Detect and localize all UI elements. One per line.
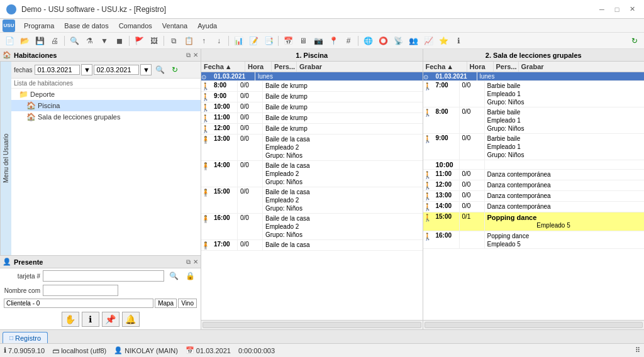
mapa-btn[interactable]: Mapa	[155, 299, 177, 308]
p2-grabar-8: Barbie baileEmpleado 1Grupo: Niños	[485, 107, 645, 133]
p2-hora-15: 15:00	[433, 212, 460, 231]
tree-deporte[interactable]: 📁 Deporte	[11, 89, 201, 100]
tb-flag[interactable]: 🚩	[132, 35, 146, 47]
tb-chart[interactable]: 📈	[421, 35, 435, 47]
p2-scrollbar-h[interactable]	[425, 322, 643, 328]
p1-pers-15: 0/0	[238, 187, 263, 213]
side-tab[interactable]: Menu del Usuario	[0, 62, 11, 255]
p1-grabar-12: Baile de krump	[263, 124, 423, 134]
hand-btn[interactable]: ✋	[62, 312, 79, 327]
tb-filter[interactable]: ⚗	[82, 35, 96, 47]
menu-ayuda[interactable]: Ayuda	[192, 21, 222, 31]
status-resize[interactable]: ⠿	[635, 346, 640, 354]
tb-paste[interactable]: 📋	[182, 35, 196, 47]
col-pers-2[interactable]: Pers...	[494, 62, 519, 72]
date-to-input[interactable]	[94, 65, 139, 75]
tb-calendar[interactable]: 📅	[281, 35, 295, 47]
p2-pers-13: 0/0	[460, 191, 485, 201]
nombre-input[interactable]	[43, 285, 118, 296]
tb-info[interactable]: ℹ	[452, 35, 465, 47]
col-pers-1[interactable]: Pers...	[272, 62, 297, 72]
tb-copy[interactable]: ⧉	[167, 35, 180, 47]
tb-rss[interactable]: 📡	[391, 35, 405, 47]
maximize-button[interactable]: □	[611, 4, 623, 15]
vino-btn[interactable]: Vino	[178, 299, 197, 308]
bell-btn[interactable]: 🔔	[122, 312, 140, 327]
col-hora-2[interactable]: Hora	[467, 62, 494, 72]
p2-scroll-ref[interactable]: ⊙	[423, 72, 433, 80]
date-from-picker[interactable]: ▼	[81, 64, 92, 75]
tb-open[interactable]: 📂	[18, 35, 31, 47]
registro-tab[interactable]: □ Registro	[3, 332, 48, 343]
p1-pers-16: 0/0	[238, 214, 263, 239]
p2-hora-14: 14:00	[433, 202, 460, 212]
tb-globe[interactable]: 🌐	[361, 35, 375, 47]
present-buttons: ✋ ℹ 📌 🔔	[0, 309, 201, 329]
tb-save[interactable]: 💾	[33, 35, 47, 47]
tb-map[interactable]: 📍	[326, 35, 340, 47]
p1-grabar-17: Baile de la casa	[263, 240, 423, 250]
close-button[interactable]: ✕	[626, 4, 638, 15]
tb-up[interactable]: ↑	[197, 35, 211, 47]
tarjeta-lock[interactable]: 🔒	[183, 270, 197, 282]
tb-image[interactable]: 🖼	[147, 35, 161, 47]
p2-hora-8: 8:00	[433, 107, 460, 133]
p1-grabar-16: Baile de la casaEmpleado 2Grupo: Niños	[263, 214, 423, 239]
p1-scroll-ref[interactable]: ⊙	[201, 72, 211, 80]
minimize-button[interactable]: ─	[596, 4, 608, 15]
date-to-picker[interactable]: ▼	[140, 64, 152, 75]
tarjeta-input[interactable]	[43, 270, 164, 282]
user-text: NIKOLAY (MAIN)	[125, 347, 178, 354]
p1-pers-14: 0/0	[238, 161, 263, 187]
present-title: Presente	[14, 258, 184, 266]
menu-ventana[interactable]: Ventana	[157, 21, 192, 31]
tb-users[interactable]: 👥	[406, 35, 420, 47]
tb-pdf[interactable]: 📑	[262, 35, 275, 47]
tb-circle[interactable]: ⭕	[376, 35, 390, 47]
col-fecha-1[interactable]: Fecha ▲	[201, 62, 245, 72]
refresh-btn[interactable]: ↻	[168, 63, 182, 76]
panel-close[interactable]: ✕	[193, 52, 198, 58]
p2-icon-9: 🚶	[423, 134, 433, 160]
p1-icon-14: 🧍	[201, 161, 211, 187]
p2-hora-13: 13:00	[433, 191, 460, 201]
date-from-input[interactable]	[35, 65, 80, 75]
tb-filter2[interactable]: ▼	[97, 35, 111, 47]
panel-restore[interactable]: ⧉	[186, 52, 191, 59]
tree-piscina[interactable]: 🏠 Piscina	[11, 100, 201, 111]
tb-filter3[interactable]: ◼	[113, 35, 126, 47]
tb-search[interactable]: 🔍	[67, 35, 81, 47]
tb-photo[interactable]: 📷	[311, 35, 325, 47]
pin-btn[interactable]: 📌	[102, 312, 119, 327]
toolbar-sep6	[358, 36, 358, 46]
tb-hash[interactable]: #	[341, 35, 355, 47]
side-tab-container: Menu del Usuario fechas ▼ ▼ 🔍 ↻ Lista de…	[0, 62, 201, 255]
p2-grabar-15: Popping danceEmpleado 5	[485, 212, 645, 231]
tree-sala[interactable]: 🏠 Sala de lecciones grupales	[11, 111, 201, 123]
col-grabar-2[interactable]: Grabar	[519, 62, 645, 72]
col-hora-1[interactable]: Hora	[245, 62, 272, 72]
tarjeta-search[interactable]: 🔍	[167, 270, 180, 282]
tb-print[interactable]: 🖨	[48, 35, 62, 47]
tb-down[interactable]: ↓	[212, 35, 226, 47]
tb-refresh[interactable]: ↻	[628, 35, 641, 47]
menu-base-datos[interactable]: Base de datos	[59, 21, 113, 31]
col-grabar-1[interactable]: Grabar	[297, 62, 423, 72]
p1-row-11: 🚶 11:00 0/0 Baile de krump	[201, 113, 423, 124]
col-fecha-2[interactable]: Fecha ▲	[423, 62, 467, 72]
sala-table: Fecha ▲ Hora Pers... Grabar ⊙ 01.03.202	[423, 62, 645, 320]
p1-scrollbar-h[interactable]	[203, 322, 421, 328]
tb-word[interactable]: 📝	[247, 35, 260, 47]
menu-comandos[interactable]: Comandos	[114, 21, 157, 31]
menu-programa[interactable]: Programa	[19, 21, 59, 31]
habitaciones-header: 🏠 Habitaciones ⧉ ✕	[0, 49, 201, 62]
tb-monitor[interactable]: 🖥	[296, 35, 310, 47]
info-btn[interactable]: ℹ	[82, 312, 99, 327]
tb-star[interactable]: ⭐	[436, 35, 450, 47]
tb-new[interactable]: 📄	[3, 35, 16, 47]
present-restore[interactable]: ⧉	[186, 258, 191, 266]
search-dates-btn[interactable]: 🔍	[153, 63, 167, 76]
p1-row-14: 🧍 14:00 0/0 Baile de la casaEmpleado 2Gr…	[201, 161, 423, 187]
tb-excel[interactable]: 📊	[231, 35, 245, 47]
present-close[interactable]: ✕	[193, 258, 198, 265]
